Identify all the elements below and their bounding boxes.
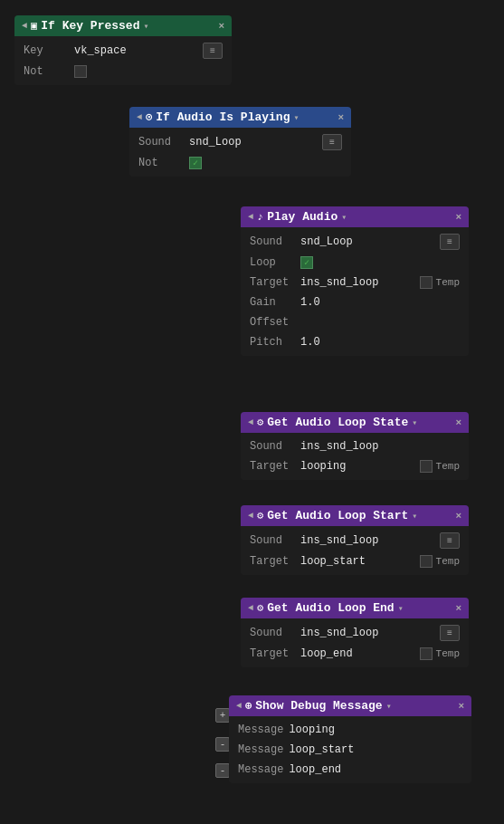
target-row-loop-end: Target loop_end Temp: [241, 644, 469, 664]
sound-value-loop-state: ins_snd_loop: [300, 440, 460, 453]
sound-browse-btn-loop-end[interactable]: ≡: [440, 625, 460, 641]
collapse-arrow-loop-end[interactable]: ◄: [248, 603, 253, 613]
node-loop-start-body: Sound ins_snd_loop ≡ Target loop_start T…: [241, 526, 469, 575]
not-checkbox-key[interactable]: [74, 65, 87, 78]
sound-row-play: Sound snd_Loop ≡: [241, 231, 469, 253]
node-debug-title: Show Debug Message: [255, 699, 382, 713]
message-label-1: Message: [238, 723, 283, 736]
sound-browse-btn-audio-playing[interactable]: ≡: [322, 134, 342, 150]
node-debug-body: Message looping Message loop_start Messa…: [229, 716, 471, 783]
message-value-3: loop_end: [289, 763, 462, 776]
node-play-audio-header: ◄ ♪ Play Audio ▾ ×: [241, 206, 469, 227]
node-if-key-pressed-header: ◄ ▣ If Key Pressed ▾ ×: [14, 15, 232, 36]
node-get-audio-loop-state: ◄ ⚙ Get Audio Loop State ▾ × Sound ins_s…: [241, 412, 469, 480]
target-row-loop-state: Target looping Temp: [241, 456, 469, 476]
message-row-2: Message loop_start: [229, 740, 471, 760]
menu-arrow-loop-end[interactable]: ▾: [398, 603, 404, 614]
gain-value: 1.0: [300, 296, 460, 309]
collapse-arrow-loop-state[interactable]: ◄: [248, 417, 253, 427]
sound-browse-btn-play[interactable]: ≡: [440, 234, 460, 250]
collapse-arrow-play[interactable]: ◄: [248, 212, 253, 222]
not-label-audio: Not: [138, 157, 184, 169]
node-if-key-pressed-body: Key vk_space ≡ Not: [14, 36, 232, 85]
temp-loop-start: Temp: [420, 555, 460, 568]
debug-icon: ⊕: [245, 699, 252, 713]
sound-label-loop-start: Sound: [250, 534, 295, 547]
target-value-loop-end: loop_end: [300, 647, 414, 660]
offset-row: Offset: [241, 312, 469, 332]
node-if-key-pressed: ◄ ▣ If Key Pressed ▾ × Key vk_space ≡ No…: [14, 15, 232, 85]
sound-row-loop-start: Sound ins_snd_loop ≡: [241, 530, 469, 551]
close-loop-end[interactable]: ×: [455, 603, 461, 614]
remove-message2-btn[interactable]: -: [215, 737, 230, 752]
sound-label-audio-playing: Sound: [138, 136, 184, 149]
target-row-play: Target ins_snd_loop Temp: [241, 273, 469, 292]
not-checkbox-audio[interactable]: [189, 157, 202, 169]
message-label-2: Message: [238, 743, 283, 756]
close-loop-start[interactable]: ×: [455, 511, 461, 522]
node-play-audio-body: Sound snd_Loop ≡ Loop Target ins_snd_loo…: [241, 227, 469, 356]
node-debug-header: ◄ ⊕ Show Debug Message ▾ ×: [229, 695, 471, 716]
node-if-audio-playing-title: If Audio Is Playing: [156, 110, 290, 124]
close-loop-state[interactable]: ×: [455, 417, 461, 428]
sound-row-audio-playing: Sound snd_Loop ≡: [129, 131, 351, 153]
node-if-audio-playing-header: ◄ ⊙ If Audio Is Playing ▾ ×: [129, 107, 351, 128]
close-play-audio[interactable]: ×: [455, 212, 461, 223]
node-loop-start-header: ◄ ⚙ Get Audio Loop Start ▾ ×: [241, 505, 469, 526]
node-play-audio: ◄ ♪ Play Audio ▾ × Sound snd_Loop ≡ Loop…: [241, 206, 469, 356]
loop-checkbox[interactable]: [300, 256, 313, 269]
close-debug[interactable]: ×: [458, 701, 464, 712]
menu-arrow-loop-start[interactable]: ▾: [412, 511, 417, 522]
temp-box-loop-state[interactable]: [420, 460, 433, 473]
menu-arrow-audio[interactable]: ▾: [293, 112, 299, 123]
not-label-key: Not: [24, 65, 69, 78]
not-row-audio: Not: [129, 153, 351, 173]
sound-label-loop-state: Sound: [250, 440, 295, 453]
menu-arrow-loop-state[interactable]: ▾: [412, 417, 417, 428]
loop-row: Loop: [241, 253, 469, 273]
key-row: Key vk_space ≡: [14, 40, 232, 62]
collapse-arrow-key[interactable]: ◄: [22, 21, 27, 31]
offset-label: Offset: [250, 316, 295, 329]
node-loop-end-header: ◄ ⚙ Get Audio Loop End ▾ ×: [241, 598, 469, 618]
key-label: Key: [24, 44, 69, 57]
sound-label-loop-end: Sound: [250, 627, 295, 639]
node-if-audio-playing: ◄ ⊙ If Audio Is Playing ▾ × Sound snd_Lo…: [129, 107, 351, 177]
close-audio-playing[interactable]: ×: [338, 112, 344, 123]
menu-arrow-play[interactable]: ▾: [341, 212, 347, 223]
collapse-arrow-loop-start[interactable]: ◄: [248, 511, 253, 521]
target-value-loop-start: loop_start: [300, 555, 414, 568]
temp-label-loop-state: Temp: [436, 461, 460, 472]
message-value-2: loop_start: [289, 743, 462, 756]
collapse-arrow-audio[interactable]: ◄: [137, 112, 142, 122]
menu-arrow-key[interactable]: ▾: [143, 21, 148, 32]
pitch-label: Pitch: [250, 336, 295, 349]
target-row-loop-start: Target loop_start Temp: [241, 551, 469, 571]
message-label-3: Message: [238, 763, 283, 776]
sound-value-audio-playing: snd_Loop: [189, 136, 317, 149]
add-message-btn[interactable]: +: [215, 708, 230, 723]
node-loop-end-title: Get Audio Loop End: [267, 601, 394, 615]
loop-label: Loop: [250, 256, 295, 269]
temp-label-loop-start: Temp: [436, 556, 460, 567]
audio-playing-icon: ⊙: [146, 110, 152, 124]
node-play-audio-title: Play Audio: [267, 210, 338, 224]
close-key-pressed[interactable]: ×: [218, 21, 224, 32]
temp-box-play[interactable]: [420, 276, 433, 289]
node-loop-end-body: Sound ins_snd_loop ≡ Target loop_end Tem…: [241, 618, 469, 667]
collapse-arrow-debug[interactable]: ◄: [236, 701, 242, 711]
temp-box-loop-start[interactable]: [420, 555, 433, 568]
target-value-play: ins_snd_loop: [300, 276, 414, 289]
loop-end-icon: ⚙: [257, 601, 263, 615]
remove-message3-btn[interactable]: -: [215, 763, 230, 778]
key-browse-btn[interactable]: ≡: [203, 43, 223, 59]
temp-box-loop-end[interactable]: [420, 647, 433, 660]
target-label-loop-end: Target: [250, 647, 295, 660]
sound-browse-btn-loop-start[interactable]: ≡: [440, 532, 460, 549]
sound-label-play: Sound: [250, 235, 295, 248]
message-value-1: looping: [289, 723, 462, 736]
target-label-loop-start: Target: [250, 555, 295, 568]
menu-arrow-debug[interactable]: ▾: [386, 701, 392, 712]
node-get-audio-loop-end: ◄ ⚙ Get Audio Loop End ▾ × Sound ins_snd…: [241, 598, 469, 667]
node-show-debug-message: ◄ ⊕ Show Debug Message ▾ × Message loopi…: [229, 695, 471, 783]
